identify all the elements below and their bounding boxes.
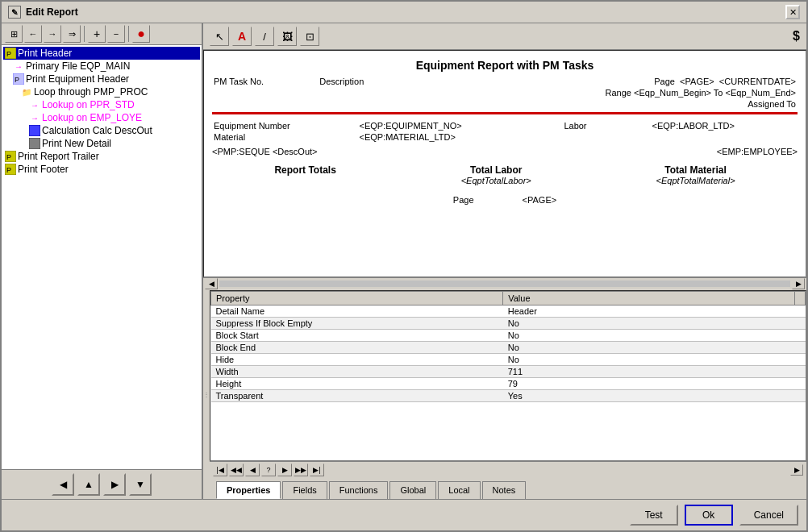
detail-icon (29, 138, 40, 149)
tab-global[interactable]: Global (389, 481, 436, 499)
tree-item-lookup-ppr[interactable]: → Lookup on PPR_STD (27, 98, 200, 111)
arrow-emp-icon: → (29, 112, 40, 123)
val-suppress: No (503, 317, 795, 329)
close-button[interactable]: ✕ (785, 5, 800, 19)
nav-last-btn[interactable]: ▶| (310, 463, 324, 476)
val-height: 79 (503, 377, 795, 389)
toolbar-btn-remove[interactable]: − (107, 25, 125, 43)
val-width: 711 (503, 365, 795, 377)
tab-notes[interactable]: Notes (482, 481, 527, 499)
scroll-track (219, 281, 790, 287)
tree-item-print-header[interactable]: P Print Header (3, 47, 200, 60)
resize-handle[interactable]: ⋮ (203, 290, 210, 500)
range-col: Range <Eqp_Num_Begin> To <Eqp_Num_End> (448, 88, 796, 98)
tree-item-print-footer[interactable]: P Print Footer (3, 163, 200, 176)
prop-transparent: Transparent (211, 389, 503, 401)
property-col-header: Property (211, 291, 503, 305)
text-tool-button[interactable]: A (232, 27, 252, 46)
tree-item-lookup-emp[interactable]: → Lookup on EMP_LOYE (27, 111, 200, 124)
cursor-tool-button[interactable]: ↖ (210, 27, 229, 46)
total-labor-value: <EqptTotalLabor> (461, 176, 531, 185)
tree-item-print-trailer[interactable]: P Print Report Trailer (3, 150, 200, 163)
val-transparent: Yes (503, 389, 795, 401)
table-row: Block Start No (211, 329, 806, 341)
image-tool-button[interactable]: 🖼 (277, 27, 297, 46)
nav-next-btn[interactable]: ▶ (277, 463, 292, 476)
toolbar-btn-add[interactable]: + (88, 25, 106, 43)
extra-cell5 (795, 353, 806, 365)
tree-item-loop[interactable]: 📁 Loop through PMP_PROC (19, 85, 200, 98)
tree-label-primary-file: Primary File EQP_MAIN (26, 60, 130, 72)
nav-prev-prev-btn[interactable]: ◀◀ (229, 463, 244, 476)
nav-scroll-right[interactable]: ▶ (790, 464, 803, 476)
arrow-ppr-icon: → (29, 99, 40, 110)
nav-left-button[interactable]: ◀ (52, 473, 74, 496)
toolbar-btn-back[interactable]: ← (24, 25, 42, 43)
props-nav-bar: |◀ ◀◀ ◀ ? ▶ ▶▶ ▶| ▶ (210, 461, 806, 478)
nav-up-button[interactable]: ▲ (77, 473, 100, 496)
pmp-right: <EMP:EMPLOYEE> (717, 147, 798, 156)
nav-prev-btn[interactable]: ◀ (245, 463, 260, 476)
pmp-row: <PMP:SEQUE <DescOut> <EMP:EMPLOYEE> (212, 147, 798, 156)
pencil-tool-button[interactable]: / (255, 27, 274, 46)
nav-arrows: ◀ ▲ ▶ ▼ (2, 469, 202, 499)
table-row: Detail Name Header (211, 305, 806, 317)
h-scrollbar[interactable]: ◀ ▶ (203, 277, 806, 290)
value-col-header: Value (503, 291, 795, 305)
print-eq-icon: P (13, 73, 24, 85)
total-material-col: Total Material <EqptTotalMaterial> (656, 164, 735, 185)
tree-item-calc[interactable]: Calculation Calc DescOut (27, 124, 200, 137)
separator-1 (84, 26, 85, 42)
tab-local[interactable]: Local (438, 481, 480, 499)
nav-help-btn[interactable]: ? (261, 463, 276, 476)
tree-label-loop: Loop through PMP_PROC (34, 86, 148, 98)
nav-down-button[interactable]: ▼ (129, 473, 152, 496)
report-totals-label: Report Totals (274, 164, 335, 176)
toolbar-btn-forward[interactable]: → (44, 25, 61, 43)
toolbar-btn-double-arrow[interactable]: ⇒ (63, 25, 81, 43)
tab-global-label: Global (400, 485, 426, 495)
spacer-col (214, 88, 447, 98)
tabs-bar: Properties Fields Functions Global Local (210, 478, 806, 499)
assigned-to-col: Assigned To (448, 99, 796, 109)
val-hide: No (503, 353, 795, 365)
toolbar-btn-red[interactable]: ● (132, 25, 150, 43)
properties-area: ⋮ Property Value (203, 290, 806, 500)
report-toolbar: ↖ A / 🖼 ⊡ $ (203, 23, 806, 50)
tab-functions[interactable]: Functions (329, 481, 389, 499)
scroll-right-btn[interactable]: ▶ (792, 278, 805, 289)
tree-label-lookup-emp: Lookup on EMP_LOYE (42, 112, 142, 123)
nav-first-btn[interactable]: |◀ (213, 463, 227, 476)
equip-num-label: Equipment Number (214, 121, 358, 131)
tab-fields[interactable]: Fields (282, 481, 327, 499)
spacer-col2 (214, 99, 447, 109)
tree-item-print-eq-header[interactable]: P Print Equipment Header (11, 73, 200, 85)
title-bar: ✎ Edit Report ✕ (2, 2, 806, 23)
scroll-left-btn[interactable]: ◀ (205, 278, 218, 289)
labor-label: Labor (564, 121, 650, 131)
extra-tool-button[interactable]: ⊡ (300, 27, 319, 46)
cancel-button[interactable]: Cancel (739, 505, 798, 526)
extra-cell (795, 305, 806, 317)
svg-rect-4 (29, 125, 40, 136)
prop-block-end: Block End (211, 341, 503, 353)
nav-right-button[interactable]: ▶ (103, 473, 126, 496)
tree-item-primary-file[interactable]: → Primary File EQP_MAIN (11, 60, 200, 73)
test-button[interactable]: Test (630, 505, 678, 526)
tree-label-print-eq-header: Print Equipment Header (26, 73, 129, 85)
toolbar-btn-grid[interactable]: ⊞ (5, 25, 23, 43)
tree-item-print-detail[interactable]: Print New Detail (27, 137, 200, 150)
arrow-right-icon: → (13, 60, 24, 72)
loop-icon: 📁 (21, 86, 32, 98)
val-block-end: No (503, 341, 795, 353)
tab-properties[interactable]: Properties (216, 481, 281, 499)
window-icon: ✎ (8, 6, 21, 19)
right-panel: ↖ A / 🖼 ⊡ $ Equipment Report with PM Tas… (203, 23, 806, 499)
svg-text:P: P (6, 153, 11, 161)
main-content: ⊞ ← → ⇒ + − ● P Print Header (2, 23, 806, 499)
pm-task-col: PM Task No. (214, 77, 318, 86)
title-bar-left: ✎ Edit Report (8, 6, 78, 19)
ok-button[interactable]: Ok (685, 505, 733, 526)
nav-next-next-btn[interactable]: ▶▶ (294, 463, 308, 476)
svg-text:P: P (15, 76, 19, 84)
